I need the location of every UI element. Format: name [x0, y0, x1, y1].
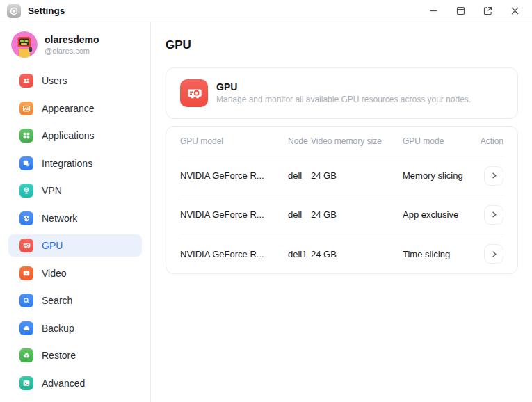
column-header-node: Node [288, 136, 311, 146]
maximize-icon[interactable] [453, 3, 468, 19]
cell-mode: Time slicing [403, 249, 476, 259]
sidebar-item-restore[interactable]: Restore [8, 344, 142, 367]
column-header-action: Action [476, 136, 503, 146]
sidebar-item-label: Advanced [42, 378, 85, 389]
restore-icon [19, 348, 33, 362]
sidebar-item-backup[interactable]: Backup [8, 317, 142, 339]
sidebar-item-label: Search [42, 295, 72, 306]
users-icon [19, 74, 33, 88]
close-icon[interactable] [507, 3, 522, 19]
info-card-title: GPU [216, 81, 471, 94]
table-row: NVIDIA GeForce R... dell1 24 GB Time sli… [180, 234, 503, 273]
sidebar-item-integrations[interactable]: Integrations [8, 152, 142, 175]
row-detail-button[interactable] [484, 166, 503, 186]
open-external-icon[interactable] [480, 3, 495, 19]
table-row: NVIDIA GeForce R... dell 24 GB Memory sl… [180, 156, 503, 195]
column-header-mode: GPU mode [403, 136, 476, 146]
video-icon [19, 266, 33, 280]
sidebar-item-video[interactable]: Video [8, 262, 142, 284]
main-content: GPU GPU Manage and monitor all available… [151, 22, 532, 402]
backup-icon [19, 321, 33, 335]
cell-mode: App exclusive [403, 209, 476, 220]
sidebar-item-label: Appearance [42, 103, 95, 114]
cell-gpu-model: NVIDIA GeForce R... [180, 209, 288, 220]
row-detail-button[interactable] [484, 205, 503, 225]
column-header-gpu-model: GPU model [180, 136, 288, 146]
advanced-icon [19, 376, 33, 390]
integrations-icon [19, 156, 33, 170]
profile-name: olaresdemo [45, 33, 99, 46]
cell-mode: Memory slicing [403, 170, 476, 181]
avatar [11, 31, 38, 58]
table-row: NVIDIA GeForce R... dell 24 GB App exclu… [180, 195, 503, 234]
minimize-icon[interactable] [426, 3, 441, 19]
settings-app-icon [7, 4, 21, 18]
gpu-info-card: GPU Manage and monitor all available GPU… [166, 67, 518, 119]
gpu-table: GPU model Node Video memory size GPU mod… [166, 126, 518, 274]
cell-node: dell [288, 209, 311, 220]
sidebar: olaresdemo @olares.com Users [0, 22, 151, 402]
sidebar-item-advanced[interactable]: Advanced [8, 372, 142, 394]
cell-node: dell [288, 170, 311, 181]
sidebar-item-search[interactable]: Search [8, 289, 142, 312]
sidebar-item-label: Network [42, 213, 77, 224]
sidebar-item-network[interactable]: Network [8, 207, 142, 230]
sidebar-item-label: Backup [42, 323, 74, 334]
cell-memory: 24 GB [311, 249, 403, 259]
column-header-memory: Video memory size [311, 136, 403, 146]
profile[interactable]: olaresdemo @olares.com [0, 31, 150, 58]
sidebar-nav: Users Appearance [0, 70, 150, 399]
page-title: GPU [166, 38, 518, 52]
appearance-icon [19, 102, 33, 115]
sidebar-item-label: GPU [42, 240, 63, 251]
gpu-icon [19, 239, 33, 252]
cell-node: dell1 [288, 249, 311, 259]
titlebar: Settings [0, 0, 532, 22]
sidebar-item-label: Video [42, 268, 67, 279]
sidebar-item-label: VPN [42, 185, 62, 196]
window-title: Settings [28, 6, 65, 16]
cell-memory: 24 GB [311, 209, 403, 220]
cell-gpu-model: NVIDIA GeForce R... [180, 170, 288, 181]
sidebar-item-appearance[interactable]: Appearance [8, 97, 142, 120]
search-icon [19, 294, 33, 307]
info-card-description: Manage and monitor all available GPU res… [216, 94, 471, 106]
cell-memory: 24 GB [311, 170, 403, 181]
applications-icon [19, 129, 33, 143]
gpu-card-icon [180, 79, 208, 107]
sidebar-item-gpu[interactable]: GPU [8, 234, 142, 257]
network-icon [19, 211, 33, 225]
sidebar-item-label: Users [42, 75, 67, 86]
sidebar-item-label: Restore [42, 350, 76, 361]
vpn-icon [19, 184, 33, 198]
sidebar-item-label: Applications [42, 130, 95, 141]
sidebar-item-applications[interactable]: Applications [8, 124, 142, 147]
cell-gpu-model: NVIDIA GeForce R... [180, 249, 288, 259]
profile-handle: @olares.com [45, 46, 99, 56]
table-header-row: GPU model Node Video memory size GPU mod… [180, 127, 503, 156]
sidebar-item-vpn[interactable]: VPN [8, 179, 142, 202]
sidebar-item-label: Integrations [42, 158, 92, 169]
window-controls [426, 3, 522, 19]
row-detail-button[interactable] [484, 244, 503, 264]
sidebar-item-users[interactable]: Users [8, 70, 142, 92]
